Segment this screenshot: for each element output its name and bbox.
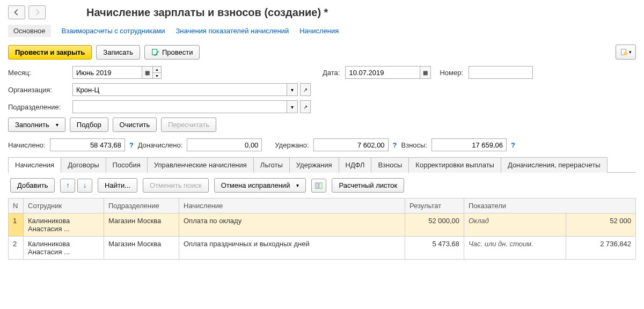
dept-open-button[interactable]: ↗ <box>300 100 311 113</box>
dtab-benefits[interactable]: Пособия <box>106 157 148 173</box>
withheld-value[interactable] <box>313 138 389 151</box>
svg-point-2 <box>624 52 627 55</box>
contrib-value[interactable] <box>431 138 507 151</box>
cancel-correction-button[interactable]: Отмена исправлений <box>214 178 306 193</box>
cell-dept: Магазин Москва <box>104 214 179 237</box>
dtab-contributions[interactable]: Взносы <box>371 157 409 173</box>
move-down-button[interactable]: ↓ <box>77 179 92 193</box>
tab-settlements[interactable]: Взаиморасчеты с сотрудниками <box>62 27 165 35</box>
org-dropdown-button[interactable]: ▾ <box>287 83 298 96</box>
cell-accrual: Оплата праздничных и выходных дней <box>179 237 405 260</box>
svg-rect-3 <box>316 182 318 188</box>
col-accrual[interactable]: Начисление <box>179 198 405 214</box>
chevron-down-icon: ▾ <box>629 49 632 55</box>
cell-dept: Магазин Москва <box>104 237 179 260</box>
number-label: Номер: <box>440 69 463 77</box>
post-close-button[interactable]: Провести и закрыть <box>8 45 92 60</box>
find-button[interactable]: Найти... <box>98 178 137 193</box>
calendar-icon: ▦ <box>423 70 428 76</box>
cell-n: 1 <box>9 214 24 237</box>
recalc-button[interactable]: Пересчитать <box>161 117 216 132</box>
table-header: N Сотрудник Подразделение Начисление Рез… <box>9 198 636 214</box>
dtab-contracts[interactable]: Договоры <box>61 157 106 173</box>
org-open-button[interactable]: ↗ <box>300 83 311 96</box>
cell-employee: Калинникова Анастасия ... <box>24 237 104 260</box>
col-dept[interactable]: Подразделение <box>104 198 179 214</box>
post-button[interactable]: Провести <box>144 45 200 60</box>
col-employee[interactable]: Сотрудник <box>24 198 104 214</box>
cell-n: 2 <box>9 237 24 260</box>
dtab-deductions[interactable]: Удержания <box>289 157 339 173</box>
cell-result: 5 473,68 <box>405 237 464 260</box>
report-icon <box>620 48 628 56</box>
dept-input[interactable] <box>72 100 287 113</box>
arrow-up-icon: ↑ <box>66 181 70 189</box>
dtab-extra[interactable]: Доначисления, перерасчеты <box>501 157 608 173</box>
view-mode-button[interactable] <box>311 179 326 193</box>
table-row[interactable]: 1 Калинникова Анастасия ... Магазин Моск… <box>9 214 636 237</box>
extra-accrued-value[interactable] <box>187 138 262 151</box>
save-button[interactable]: Записать <box>96 45 140 60</box>
calendar-icon: ▦ <box>145 70 150 76</box>
tab-main[interactable]: Основное <box>8 25 51 37</box>
select-button[interactable]: Подбор <box>70 117 108 132</box>
number-input[interactable] <box>469 66 533 79</box>
extra-accrued-label: Доначислено: <box>138 141 183 149</box>
dtab-corrections[interactable]: Корректировки выплаты <box>408 157 501 173</box>
dept-label: Подразделение: <box>8 103 67 111</box>
post-icon <box>151 48 159 56</box>
move-up-button[interactable]: ↑ <box>60 179 75 193</box>
contrib-label: Взносы: <box>401 141 428 149</box>
cell-result: 52 000,00 <box>405 214 464 237</box>
tab-accruals[interactable]: Начисления <box>299 27 339 35</box>
chevron-down-icon: ▾ <box>291 104 294 110</box>
cell-employee: Калинникова Анастасия ... <box>24 214 104 237</box>
month-down-button[interactable]: ▼ <box>153 72 162 79</box>
arrow-down-icon: ↓ <box>83 181 87 189</box>
month-up-button[interactable]: ▲ <box>153 66 162 72</box>
accrued-value[interactable] <box>50 138 125 151</box>
org-label: Организация: <box>8 86 67 94</box>
open-icon: ↗ <box>303 87 308 93</box>
cell-ind-val: 2 736,842 <box>566 237 636 260</box>
dept-dropdown-button[interactable]: ▾ <box>287 100 298 113</box>
date-label: Дата: <box>323 69 340 77</box>
withheld-help[interactable]: ? <box>393 141 397 149</box>
month-input[interactable] <box>72 66 142 79</box>
add-button[interactable]: Добавить <box>10 178 55 193</box>
cell-ind-name: Оклад <box>464 214 566 237</box>
forward-button[interactable] <box>28 5 46 19</box>
date-input[interactable] <box>345 66 420 79</box>
more-actions-button[interactable]: ▾ <box>616 45 636 60</box>
col-indicators[interactable]: Показатели <box>464 198 636 214</box>
clear-button[interactable]: Очистить <box>113 117 157 132</box>
tab-indicators[interactable]: Значения показателей начислений <box>175 27 289 35</box>
chevron-down-icon: ▾ <box>291 87 294 93</box>
col-n[interactable]: N <box>9 198 24 214</box>
date-calendar-button[interactable]: ▦ <box>420 66 431 79</box>
dtab-accruals[interactable]: Начисления <box>8 157 61 173</box>
table-row[interactable]: 2 Калинникова Анастасия ... Магазин Моск… <box>9 237 636 260</box>
arrow-left-icon <box>13 9 20 16</box>
svg-rect-4 <box>319 182 322 188</box>
fill-button[interactable]: Заполнить <box>8 117 65 132</box>
month-calendar-button[interactable]: ▦ <box>142 66 153 79</box>
post-label: Провести <box>162 48 193 56</box>
back-button[interactable] <box>8 5 25 19</box>
month-label: Месяц: <box>8 69 67 77</box>
dtab-exemptions[interactable]: Льготы <box>253 157 290 173</box>
dtab-ndfl[interactable]: НДФЛ <box>339 157 372 173</box>
accrued-label: Начислено: <box>8 141 46 149</box>
cell-ind-val: 52 000 <box>566 214 636 237</box>
open-icon: ↗ <box>303 104 308 110</box>
columns-icon <box>315 182 323 189</box>
col-result[interactable]: Результат <box>405 198 464 214</box>
dtab-mgmt[interactable]: Управленческие начисления <box>147 157 254 173</box>
accrued-help[interactable]: ? <box>129 141 134 149</box>
org-input[interactable] <box>72 83 287 96</box>
contrib-help[interactable]: ? <box>511 141 515 149</box>
cell-accrual: Оплата по окладу <box>179 214 405 237</box>
cell-ind-name: Час. или дн. стоим. <box>464 237 566 260</box>
payslip-button[interactable]: Расчетный листок <box>332 178 404 193</box>
cancel-search-button[interactable]: Отменить поиск <box>143 178 209 193</box>
